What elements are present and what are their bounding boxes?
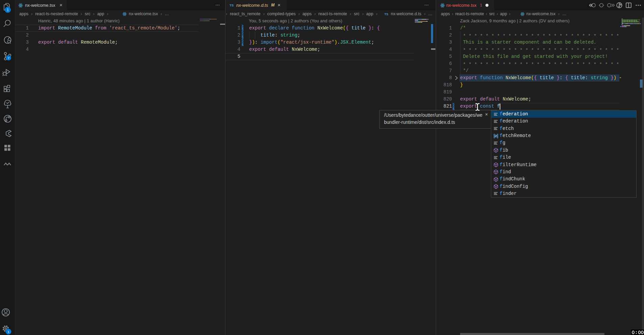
svg-text:1: 1 xyxy=(7,330,9,334)
svg-text:1: 1 xyxy=(7,8,9,12)
svg-text:7: 7 xyxy=(8,56,9,60)
